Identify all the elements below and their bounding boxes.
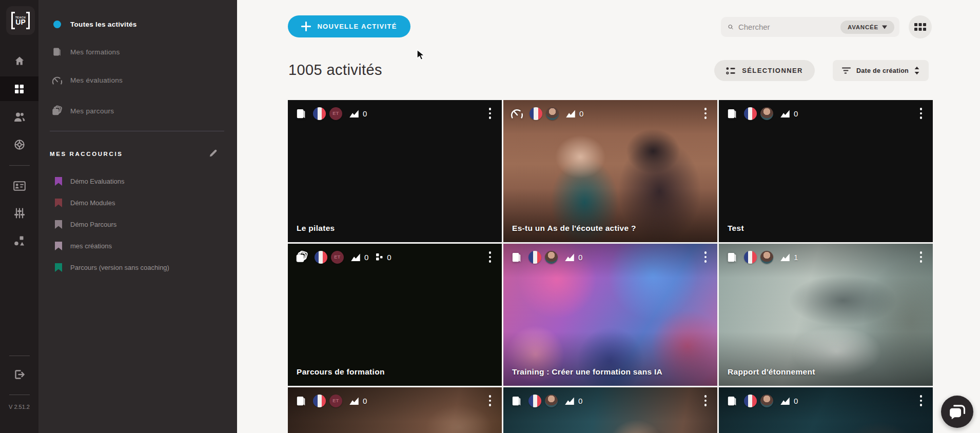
sidebar-panel: Toutes les activités Mes formations Mes …	[38, 0, 237, 433]
teachup-logo-icon: TEACHUP	[11, 12, 30, 29]
gauge-icon	[51, 76, 63, 85]
plays-stat: 0	[349, 109, 367, 118]
language-flag-fr	[315, 251, 327, 264]
shortcut-demo-parcours[interactable]: Démo Parcours	[38, 216, 237, 232]
shortcut-label: Démo Modules	[70, 199, 115, 207]
card-menu-button[interactable]	[700, 394, 711, 407]
modules-count: 0	[387, 253, 391, 262]
select-list-icon	[726, 67, 736, 75]
card-menu-button[interactable]	[915, 107, 927, 120]
new-activity-button[interactable]: NOUVELLE ACTIVITÉ	[288, 15, 410, 37]
plays-stat: 0	[564, 253, 582, 262]
sidebar-item-all-activities[interactable]: Toutes les activités	[38, 15, 237, 33]
sidebar-item-label: Mes parcours	[70, 107, 114, 115]
chat-widget-button[interactable]	[941, 396, 973, 428]
card-title: Le pilates	[297, 224, 335, 233]
sidebar: TEACHUP	[0, 0, 237, 433]
activity-card[interactable]: 0 Training : Créer une formation sans IA	[503, 244, 717, 386]
sidebar-item-evaluations[interactable]: Mes évaluations	[38, 71, 237, 89]
evaluation-gauge-icon	[511, 108, 523, 119]
sort-arrows-icon	[914, 66, 920, 75]
plays-stat: 1	[780, 253, 798, 262]
card-title: Rapport d'étonnement	[728, 367, 815, 377]
language-flag-fr	[744, 251, 757, 264]
activity-card[interactable]: 1 Rapport d'étonnement	[719, 244, 933, 386]
search-bar[interactable]: AVANCÉE	[721, 17, 899, 37]
rail-profile-button[interactable]	[0, 173, 38, 198]
card-menu-button[interactable]	[700, 250, 711, 264]
shapes-icon	[14, 235, 25, 246]
activity-card[interactable]: 0	[503, 387, 717, 433]
logout-icon	[14, 369, 25, 380]
card-title: Es-tu un As de l'écoute active ?	[512, 224, 636, 233]
rail-logout-button[interactable]	[0, 362, 38, 387]
shortcut-label: Parcours (version sans coaching)	[70, 264, 169, 271]
rail-activities-button[interactable]	[0, 76, 38, 101]
rail-users-button[interactable]	[0, 105, 38, 129]
app-version: V 2.51.2	[0, 404, 38, 410]
language-flag-fr	[744, 395, 757, 407]
stats-chart-icon	[564, 397, 575, 405]
modules-icon	[375, 253, 383, 261]
sidebar-item-formations[interactable]: Mes formations	[38, 43, 237, 61]
shortcut-mes-creations[interactable]: mes créations	[38, 238, 237, 253]
chat-bubble-icon	[949, 404, 966, 420]
shortcut-label: Démo Evaluations	[70, 178, 125, 185]
card-menu-button[interactable]	[915, 250, 927, 264]
rail-help-button[interactable]	[0, 132, 38, 157]
plays-count: 0	[578, 397, 582, 405]
edit-shortcuts-button[interactable]	[209, 149, 218, 160]
author-avatar	[760, 395, 773, 407]
activity-card[interactable]: ET 0	[288, 387, 502, 433]
language-flag-fr	[528, 395, 541, 407]
app-logo[interactable]: TEACHUP	[6, 6, 35, 35]
card-menu-button[interactable]	[484, 107, 496, 120]
rail-workspace-button[interactable]	[0, 228, 38, 253]
formation-book-icon	[726, 251, 738, 263]
activity-card[interactable]: 0 Es-tu un As de l'écoute active ?	[503, 100, 717, 242]
shortcut-demo-modules[interactable]: Démo Modules	[38, 195, 237, 210]
bookmark-icon	[55, 199, 62, 207]
sidebar-item-label: Mes formations	[70, 48, 120, 56]
stats-chart-icon	[349, 109, 359, 118]
activity-card[interactable]: 0 Test	[719, 100, 933, 242]
plays-count: 0	[579, 109, 583, 118]
language-flag-fr	[528, 251, 541, 264]
formation-book-icon	[726, 108, 738, 120]
activity-card[interactable]: ET 0 Le pilates	[288, 100, 502, 242]
shortcut-demo-evaluations[interactable]: Démo Evaluations	[38, 173, 237, 189]
activities-count-heading: 1005 activités	[288, 62, 382, 78]
formation-book-icon	[295, 395, 307, 407]
card-menu-button[interactable]	[484, 250, 496, 264]
stats-chart-icon	[780, 109, 790, 118]
card-menu-button[interactable]	[700, 107, 711, 120]
rail-settings-button[interactable]	[0, 201, 38, 225]
activity-card[interactable]: ET 0 0 Parcours de formation	[288, 244, 502, 386]
rail-home-button[interactable]	[0, 48, 38, 73]
life-ring-icon	[14, 139, 25, 150]
advanced-search-button[interactable]: AVANCÉE	[840, 21, 894, 34]
search-input[interactable]	[738, 23, 840, 31]
select-button[interactable]: SÉLECTIONNER	[714, 60, 815, 81]
shortcut-parcours-sans-coaching[interactable]: Parcours (version sans coaching)	[38, 260, 237, 275]
plays-stat: 0	[565, 109, 583, 118]
activity-card[interactable]: 0	[719, 387, 933, 433]
card-title: Test	[728, 224, 744, 233]
card-menu-button[interactable]	[484, 394, 496, 407]
plays-stat: 0	[780, 397, 798, 405]
activity-card-grid: ET 0 Le pilates 0 Es-tu un As de l'écout…	[288, 100, 933, 433]
rail-divider	[9, 165, 30, 166]
rail-divider	[9, 395, 30, 395]
sidebar-item-parcours[interactable]: Mes parcours	[38, 102, 237, 120]
card-menu-button[interactable]	[915, 394, 927, 407]
sort-button[interactable]: Date de création	[833, 60, 929, 81]
language-flag-fr	[313, 107, 326, 120]
modules-stat: 0	[375, 253, 391, 262]
plays-count: 0	[364, 253, 368, 262]
view-toggle-button[interactable]	[909, 15, 932, 38]
search-icon	[728, 22, 733, 32]
advanced-label: AVANCÉE	[848, 24, 878, 30]
plays-count: 0	[794, 397, 798, 405]
bookmark-icon	[55, 177, 62, 186]
author-avatar: ET	[329, 395, 342, 407]
